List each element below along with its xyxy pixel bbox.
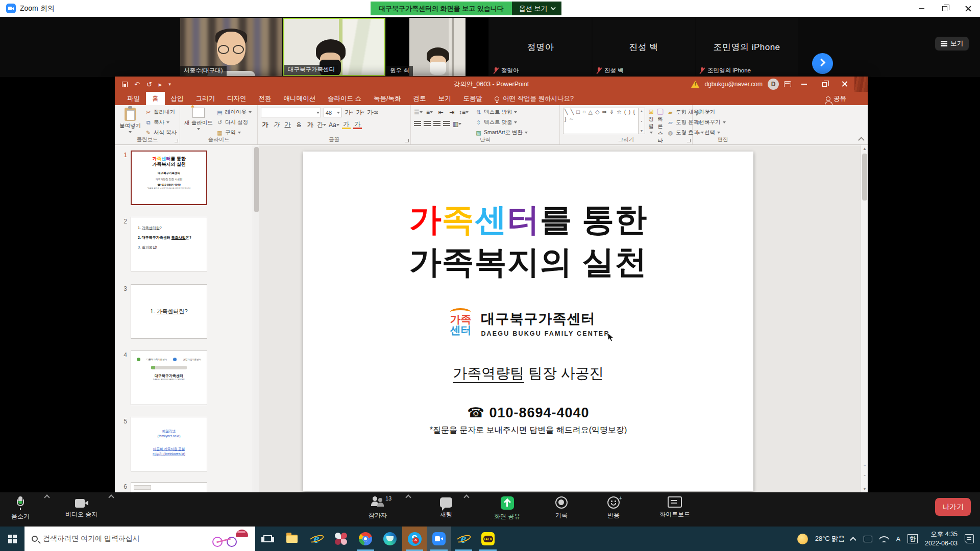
skype-button[interactable]: S — [402, 527, 427, 551]
font-color-button[interactable]: 가 — [353, 120, 362, 129]
slide-thumbnail-3[interactable]: 1. 가족센터란? — [131, 284, 207, 339]
tab-record[interactable]: 녹음/녹화 — [368, 92, 407, 105]
bold-button[interactable]: 가 — [261, 120, 270, 129]
view-button[interactable]: 보기 — [935, 37, 969, 51]
align-right-button[interactable] — [433, 121, 440, 127]
tab-help[interactable]: 도움말 — [457, 92, 488, 105]
change-case-button[interactable]: Aa — [329, 120, 339, 129]
slide-thumbnail-4[interactable]: 다문화가족지원센터 건강가정지원센터 대구북구가족센터 DAEGU BUKGU … — [131, 350, 207, 405]
slide-thumbnail-6[interactable] — [131, 482, 207, 492]
bullets-button[interactable]: ☰ — [414, 108, 423, 116]
wifi-icon[interactable] — [879, 535, 889, 542]
slide-thumbnail-1[interactable]: 가족센터를 통한 가족복지의 실천 대구북구가족센터 가족역량팀 팀장 사공진 … — [131, 151, 207, 205]
font-name-box[interactable] — [261, 108, 321, 117]
file-explorer-button[interactable] — [280, 527, 304, 551]
columns-button[interactable]: ▥ — [453, 119, 461, 128]
line-spacing-button[interactable]: ↕≡ — [459, 108, 469, 116]
tab-view[interactable]: 보기 — [432, 92, 457, 105]
customize-qat-icon[interactable]: ▾ — [168, 82, 171, 87]
tab-file[interactable]: 파일 — [121, 92, 146, 105]
participant-tile[interactable]: 정명아 정명아 — [489, 18, 592, 76]
font-size-box[interactable]: 48 — [324, 108, 342, 117]
reactions-button[interactable]: + 반응 — [607, 496, 620, 520]
slide-thumbnail-5[interactable]: 패밀리넷 (familynet.or.kr) 다문화 가족지원 포털 다누리 (… — [131, 417, 207, 471]
whiteboard-button[interactable]: 화이트보드 — [659, 496, 690, 519]
tab-transitions[interactable]: 전환 — [253, 92, 278, 105]
clear-formatting-button[interactable]: 가⌫ — [367, 108, 378, 117]
scroll-up-icon[interactable]: ▲ — [861, 146, 868, 151]
underline-button[interactable]: 가 — [283, 120, 292, 129]
highlight-color-button[interactable]: 가 — [342, 120, 351, 129]
justify-button[interactable] — [443, 121, 450, 127]
chat-button[interactable]: 채팅 — [440, 496, 452, 519]
mic-options-caret[interactable] — [44, 494, 50, 500]
tab-review[interactable]: 검토 — [407, 92, 432, 105]
reset-button[interactable]: ↺다시 설정 — [216, 118, 252, 127]
chat-caret[interactable] — [463, 494, 469, 500]
grow-font-button[interactable]: 가˄ — [345, 108, 353, 117]
shapes-gallery[interactable]: ╲╲□○△◇ ⇒⇓☆(){}∼ — [563, 108, 639, 134]
tablet-icon[interactable] — [864, 536, 872, 542]
paste-button[interactable]: 붙여넣기 — [118, 108, 142, 133]
participants-button[interactable]: 13 참가자 — [369, 496, 387, 520]
layout-button[interactable]: ▤레이아웃 — [216, 108, 252, 117]
ppt-close-button[interactable] — [837, 77, 852, 92]
find-button[interactable]: 🔎찾기 — [696, 108, 750, 117]
leave-button[interactable]: 나가기 — [935, 498, 971, 516]
copy-button[interactable]: ⧉복사 — [145, 118, 177, 127]
share-screen-button[interactable]: 화면 공유 — [494, 496, 520, 521]
slide-canvas[interactable]: 가족센터를 통한 가족복지의 실천 가족 센터 대구북구가족센터 DAEGU B… — [303, 152, 753, 491]
tab-insert[interactable]: 삽입 — [165, 92, 190, 105]
kakaotalk-button[interactable]: TALK — [476, 527, 500, 551]
character-spacing-button[interactable]: 간 — [317, 120, 326, 129]
shapes-scroll[interactable]: ▲▪▼ — [639, 108, 645, 134]
action-center-icon[interactable] — [965, 534, 974, 543]
numbering-button[interactable]: ≡ — [425, 108, 434, 116]
warning-icon[interactable] — [691, 81, 699, 88]
align-center-button[interactable] — [424, 121, 431, 127]
ppt-share-button[interactable]: 공유 — [826, 92, 846, 105]
zoom-app-button[interactable] — [427, 527, 451, 551]
arrange-button[interactable]: ⧈정렬 — [648, 108, 654, 134]
align-text-button[interactable]: ⇳텍스트 맞춤 — [475, 118, 528, 127]
participant-tile[interactable]: 원우 최 — [386, 18, 488, 76]
stop-video-button[interactable]: 비디오 중지 — [65, 496, 97, 519]
scroll-down-icon[interactable]: ▼ — [861, 487, 868, 491]
participant-tile[interactable]: 서종수(대구대) — [180, 18, 282, 76]
record-button[interactable]: 기록 — [555, 496, 568, 520]
scrollbar-thumb[interactable] — [862, 154, 867, 201]
text-shadow-button[interactable]: 가 — [306, 120, 314, 129]
scrollbar-thumb[interactable] — [254, 147, 259, 212]
video-options-caret[interactable] — [108, 494, 114, 500]
replace-button[interactable]: ⇄바꾸기 — [696, 118, 750, 127]
previous-slide-icon[interactable]: ⌃ — [861, 464, 868, 469]
participants-caret[interactable] — [405, 494, 411, 500]
minimize-button[interactable] — [910, 0, 933, 17]
undo-icon[interactable]: ↶ — [134, 81, 140, 88]
slide-thumbnail-2[interactable]: 1. 가족센터란? 2. 대구북구가족센터 특화사업은? 3. 질의응답! — [131, 217, 207, 271]
participant-tile-active-speaker[interactable]: 대구북구가족센터 — [283, 18, 385, 76]
view-options-button[interactable]: 옵션 보기 — [512, 2, 562, 15]
font-dialog-launcher[interactable] — [405, 139, 409, 142]
cut-button[interactable]: ✂잘라내기 — [145, 108, 177, 117]
task-view-button[interactable] — [255, 527, 280, 551]
next-participants-button[interactable] — [812, 53, 833, 74]
account-avatar[interactable]: D — [768, 79, 779, 90]
browser-e-button[interactable]: e — [451, 527, 476, 551]
tell-me-box[interactable]: 어떤 작업을 원하시나요? — [488, 92, 580, 105]
shrink-font-button[interactable]: 가˅ — [356, 108, 364, 117]
weather-icon[interactable] — [797, 534, 808, 544]
ime-lang-a[interactable]: A — [896, 535, 900, 543]
strikethrough-button[interactable]: S — [295, 120, 303, 129]
increase-indent-button[interactable]: ⇥ — [448, 108, 456, 116]
slideshow-icon[interactable]: ▸ — [159, 81, 162, 88]
thumbnail-scrollbar[interactable] — [253, 145, 259, 492]
ppt-minimize-button[interactable] — [796, 77, 812, 92]
close-button[interactable] — [957, 0, 980, 17]
ppt-maximize-button[interactable] — [817, 77, 832, 92]
pinwheel-app-button[interactable] — [329, 527, 353, 551]
tab-design[interactable]: 디자인 — [221, 92, 253, 105]
clipboard-dialog-launcher[interactable] — [175, 139, 178, 142]
participant-tile[interactable]: 조민영의 iPhone 조민영의 iPhone — [696, 18, 798, 76]
taskbar-search[interactable]: 검색하려면 여기에 입력하십시 — [24, 527, 255, 551]
